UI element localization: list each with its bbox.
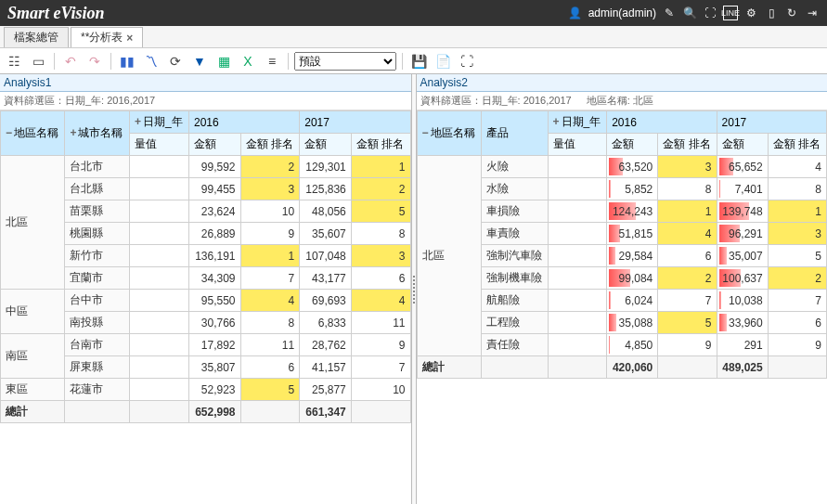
total-row: 總計420,060489,025 — [417, 356, 827, 379]
workspace: Analysis1 資料篩選區：日期_年: 2016,2017 −地區名稱+城市… — [0, 74, 827, 504]
filter-prefix: 資料篩選區： — [420, 95, 482, 106]
edit-icon[interactable]: ✎ — [662, 6, 677, 20]
refresh-icon[interactable]: ↻ — [784, 6, 799, 20]
highlight-icon[interactable]: ▦ — [213, 51, 234, 71]
user-icon[interactable]: 👤 — [568, 6, 583, 20]
excel-icon[interactable]: X — [238, 51, 258, 71]
filter-row: 資料篩選區：日期_年: 2016,2017 — [0, 92, 411, 110]
table-row[interactable]: 中區台中市95,550469,6934 — [1, 290, 411, 312]
pane-analysis2: Analysis2 資料篩選區：日期_年: 2016,2017 地區名稱: 北區… — [417, 74, 828, 504]
save-as-icon[interactable]: 📄 — [433, 51, 453, 71]
tab-file-manager[interactable]: 檔案總管 — [4, 27, 69, 47]
user-label: admin(admin) — [588, 6, 656, 19]
app-header: Smart eVision 👤 admin(admin) ✎ 🔍 ⛶ LINE … — [0, 0, 827, 26]
table-row[interactable]: 南區台南市17,8921128,7629 — [1, 334, 411, 356]
gear-icon[interactable]: ⚙ — [743, 6, 758, 20]
logout-icon[interactable]: ⇥ — [805, 6, 820, 20]
tab-analysis[interactable]: **分析表 × — [71, 27, 143, 47]
close-icon[interactable]: × — [126, 32, 133, 45]
filter-icon[interactable]: ▼ — [189, 51, 210, 71]
mobile-icon[interactable]: ▯ — [764, 6, 779, 20]
grid-analysis2[interactable]: −地區名稱產品+日期_年20162017量值金額金額 排名金額金額 排名北區火險… — [417, 110, 828, 504]
fullscreen-icon[interactable]: ⛶ — [703, 6, 717, 20]
list-icon[interactable]: ≡ — [262, 51, 282, 71]
line-chart-icon[interactable]: 〽 — [141, 51, 162, 71]
search-icon[interactable]: 🔍 — [682, 6, 697, 20]
table-row[interactable]: 北區台北市99,5922129,3011 — [1, 156, 411, 178]
filter-row: 資料篩選區：日期_年: 2016,2017 地區名稱: 北區 — [417, 92, 828, 110]
filter-item[interactable]: 日期_年: 2016,2017 — [482, 95, 572, 106]
app-title: Smart eVision — [7, 4, 568, 23]
tab-label: **分析表 — [81, 30, 123, 45]
preset-select[interactable]: 預設 — [294, 52, 396, 71]
filter-item[interactable]: 地區名稱: 北區 — [587, 94, 653, 108]
grid-analysis1[interactable]: −地區名稱+城市名稱+日期_年20162017量值金額金額 排名金額金額 排名北… — [0, 110, 411, 504]
reload-icon[interactable]: ⟳ — [165, 51, 186, 71]
tab-bar: 檔案總管 **分析表 × — [0, 26, 827, 48]
table-row[interactable]: 東區花蓮市52,923525,87710 — [1, 379, 411, 401]
pane-title: Analysis1 — [0, 74, 411, 92]
redo-icon[interactable]: ↷ — [84, 51, 105, 71]
expand-icon[interactable]: ⛶ — [457, 51, 477, 71]
filter-prefix: 資料篩選區： — [4, 95, 65, 106]
pane-analysis1: Analysis1 資料篩選區：日期_年: 2016,2017 −地區名稱+城市… — [0, 74, 411, 504]
undo-icon[interactable]: ↶ — [60, 51, 81, 71]
tab-label: 檔案總管 — [14, 30, 58, 45]
filter-item[interactable]: 日期_年: 2016,2017 — [65, 95, 155, 106]
total-row: 總計652,998661,347 — [1, 401, 411, 423]
line-icon[interactable]: LINE — [723, 6, 738, 20]
bar-chart-icon[interactable]: ▮▮ — [117, 51, 137, 71]
header-right: 👤 admin(admin) ✎ 🔍 ⛶ LINE ⚙ ▯ ↻ ⇥ — [568, 6, 820, 20]
layout-icon[interactable]: ▭ — [28, 51, 48, 71]
pane-title: Analysis2 — [417, 74, 828, 92]
toolbar: ☷ ▭ ↶ ↷ ▮▮ 〽 ⟳ ▼ ▦ X ≡ 預設 💾 📄 ⛶ — [0, 48, 827, 74]
save-icon[interactable]: 💾 — [408, 51, 429, 71]
tree-icon[interactable]: ☷ — [4, 51, 24, 71]
table-row[interactable]: 北區火險63,520365,6524 — [417, 156, 827, 178]
